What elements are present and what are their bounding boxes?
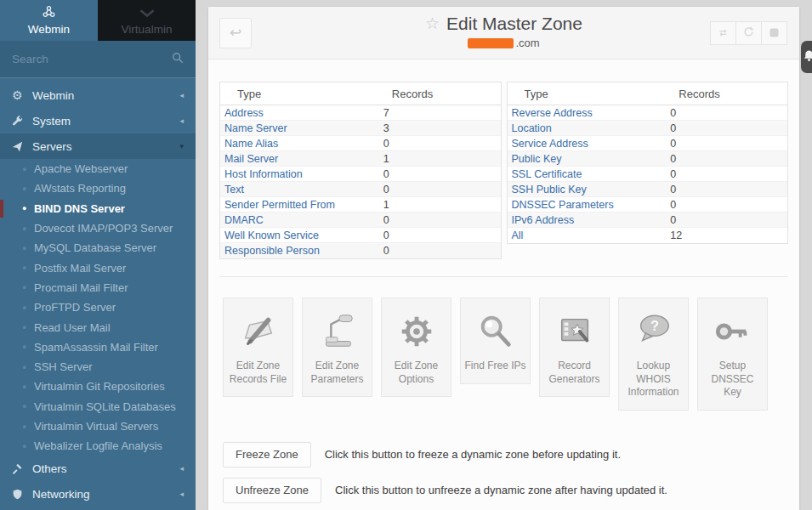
- record-type-link-name-alias[interactable]: Name Alias: [220, 138, 380, 150]
- submenu-servers: ●Apache Webserver●AWstats Reporting●BIND…: [0, 159, 196, 456]
- sidebar-item-networking[interactable]: Networking◂: [0, 481, 196, 507]
- record-count: 0: [380, 214, 501, 226]
- record-table-left: TypeRecordsAddress7Name Server3Name Alia…: [219, 82, 502, 259]
- record-count: 0: [667, 122, 787, 134]
- repeat-button[interactable]: [710, 21, 736, 45]
- record-type-row: Location0: [508, 121, 788, 136]
- send-icon: [12, 141, 32, 152]
- wrench-icon: [12, 116, 32, 127]
- unfreeze-zone-button[interactable]: Unfreeze Zone: [223, 478, 321, 503]
- record-type-link-dnssec-parameters[interactable]: DNSSEC Parameters: [508, 199, 667, 211]
- page-header: ↩ ☆ Edit Master Zone .com: [208, 7, 799, 60]
- sidebar-item-servers[interactable]: Servers▾: [0, 133, 196, 159]
- search-input[interactable]: [12, 53, 172, 65]
- record-type-link-ssh-public-key[interactable]: SSH Public Key: [508, 184, 667, 196]
- sidebar-subitem-mysql-database-server[interactable]: ●MySQL Database Server: [0, 238, 196, 258]
- record-count: 1: [380, 199, 501, 211]
- action-record-generators[interactable]: Record Generators: [539, 298, 610, 397]
- action-edit-zone-parameters[interactable]: Edit Zone Parameters: [302, 298, 372, 397]
- tab-virtualmin-label: Virtualmin: [122, 23, 173, 36]
- record-type-row: Mail Server1: [220, 151, 501, 167]
- pen-paper-icon: [227, 310, 289, 353]
- record-count: 0: [380, 230, 501, 241]
- chevron-down-icon: [139, 6, 156, 21]
- sidebar-subitem-webalizer-logfile-analysis[interactable]: ●Webalizer Logfile Analysis: [0, 436, 196, 456]
- freeze-zone-button[interactable]: Freeze Zone: [223, 442, 311, 468]
- record-type-link-public-key[interactable]: Public Key: [508, 153, 667, 165]
- sidebar-subitem-dovecot-imap-pop3-server[interactable]: ●Dovecot IMAP/POP3 Server: [0, 218, 196, 238]
- refresh-icon: [743, 26, 754, 41]
- sidebar-subitem-proftpd-server[interactable]: ●ProFTPD Server: [0, 298, 196, 317]
- record-type-row: Well Known Service0: [220, 228, 501, 243]
- magnifier-icon: [464, 310, 526, 353]
- record-type-link-all[interactable]: All: [508, 230, 667, 241]
- record-type-link-mail-server[interactable]: Mail Server: [220, 153, 380, 165]
- sidebar-item-system[interactable]: System◂: [0, 108, 196, 133]
- stop-button[interactable]: [761, 21, 787, 45]
- notifications-tab[interactable]: [801, 41, 812, 73]
- page-body: TypeRecordsAddress7Name Server3Name Alia…: [208, 60, 799, 510]
- tab-webmin-label: Webmin: [28, 23, 70, 36]
- tab-webmin[interactable]: Webmin: [0, 0, 98, 41]
- record-type-link-well-known-service[interactable]: Well Known Service: [220, 230, 380, 241]
- record-type-tables: TypeRecordsAddress7Name Server3Name Alia…: [219, 82, 788, 259]
- gavel-icon: [12, 463, 32, 474]
- sidebar-subitem-bind-dns-server[interactable]: ●BIND DNS Server: [0, 199, 196, 218]
- main-panel: ↩ ☆ Edit Master Zone .com TypeRecordsAdd…: [208, 7, 799, 510]
- sidebar-subitem-awstats-reporting[interactable]: ●AWstats Reporting: [0, 178, 196, 198]
- action-lookup-whois-information[interactable]: ?Lookup WHOIS Information: [618, 298, 689, 411]
- record-count: 0: [380, 184, 501, 196]
- record-type-row: Public Key0: [508, 151, 788, 167]
- sidebar-subitem-ssh-server[interactable]: ●SSH Server: [0, 357, 196, 377]
- action-find-free-ips[interactable]: Find Free IPs: [460, 298, 531, 384]
- sidebar-subitem-read-user-mail[interactable]: ●Read User Mail: [0, 317, 196, 337]
- sidebar-subitem-postfix-mail-server[interactable]: ●Postfix Mail Server: [0, 258, 196, 277]
- record-type-link-reverse-address[interactable]: Reverse Address: [508, 107, 667, 119]
- record-type-link-location[interactable]: Location: [508, 122, 667, 134]
- record-type-link-ssl-certificate[interactable]: SSL Certificate: [508, 168, 667, 180]
- tab-virtualmin[interactable]: Virtualmin: [98, 0, 196, 41]
- column-type: Type: [220, 88, 380, 100]
- record-type-link-responsible-person[interactable]: Responsible Person: [220, 245, 380, 257]
- record-count: 0: [667, 168, 787, 180]
- record-type-link-host-information[interactable]: Host Information: [220, 168, 380, 180]
- chevron-left-icon: ◂: [179, 464, 184, 473]
- record-count: 7: [380, 107, 501, 119]
- record-type-link-address[interactable]: Address: [220, 107, 380, 119]
- wand-screen-icon: [543, 310, 605, 353]
- record-count: 0: [667, 184, 787, 196]
- record-count: 1: [380, 153, 501, 165]
- bullet-icon: ●: [22, 402, 34, 411]
- refresh-button[interactable]: [735, 21, 762, 45]
- record-type-link-dmarc[interactable]: DMARC: [220, 214, 380, 226]
- action-setup-dnssec-key[interactable]: Setup DNSSEC Key: [697, 298, 768, 411]
- sidebar-subitem-virtualmin-git-repositories[interactable]: ●Virtualmin Git Repositories: [0, 377, 196, 396]
- action-edit-zone-options[interactable]: Edit Zone Options: [381, 298, 451, 397]
- sidebar-menu: ⚙Webmin◂System◂Servers▾●Apache Webserver…: [0, 78, 196, 507]
- record-type-link-sender-permitted-from[interactable]: Sender Permitted From: [220, 199, 380, 211]
- redacted-domain: [468, 38, 514, 48]
- action-edit-zone-records-file[interactable]: Edit Zone Records File: [223, 298, 293, 397]
- bullet-icon: ●: [22, 204, 34, 212]
- star-icon[interactable]: ☆: [425, 15, 440, 32]
- sidebar-subitem-procmail-mail-filter[interactable]: ●Procmail Mail Filter: [0, 278, 196, 298]
- sidebar-item-others[interactable]: Others◂: [0, 456, 196, 481]
- record-type-row: Sender Permitted From1: [220, 197, 501, 212]
- record-type-link-service-address[interactable]: Service Address: [508, 138, 667, 150]
- repeat-icon: [717, 26, 730, 41]
- column-records: Records: [380, 88, 501, 100]
- sidebar-subitem-apache-webserver[interactable]: ●Apache Webserver: [0, 159, 196, 178]
- bullet-icon: ●: [22, 363, 34, 371]
- record-type-link-ipv6-address[interactable]: IPv6 Address: [508, 214, 667, 226]
- record-type-link-text[interactable]: Text: [220, 184, 380, 196]
- record-count: 0: [380, 168, 501, 180]
- column-records: Records: [667, 88, 787, 100]
- sidebar-subitem-virtualmin-virtual-servers[interactable]: ●Virtualmin Virtual Servers: [0, 416, 196, 436]
- bullet-icon: ●: [22, 184, 34, 193]
- bullet-icon: ●: [22, 343, 34, 351]
- sidebar-subitem-spamassassin-mail-filter[interactable]: ●SpamAssassin Mail Filter: [0, 337, 196, 357]
- record-type-link-name-server[interactable]: Name Server: [220, 122, 380, 134]
- stop-icon: [769, 26, 779, 41]
- sidebar-item-webmin[interactable]: ⚙Webmin◂: [0, 82, 196, 108]
- sidebar-subitem-virtualmin-sqlite-databases[interactable]: ●Virtualmin SQLite Databases: [0, 397, 196, 416]
